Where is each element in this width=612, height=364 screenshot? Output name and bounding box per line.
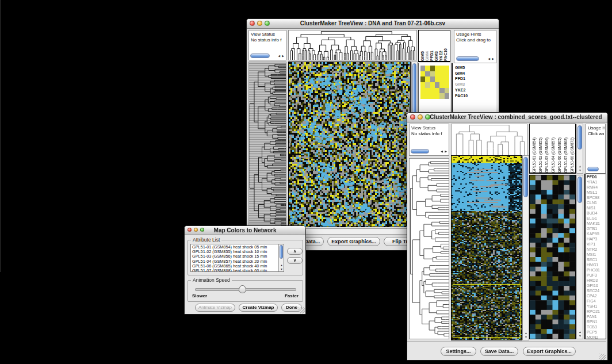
scroll-down-icon[interactable]: ▼ xyxy=(525,335,527,339)
matrix-cell[interactable] xyxy=(420,82,425,88)
resize-grip[interactable] xyxy=(599,354,606,360)
tv2-settings-button[interactable]: Settings... xyxy=(441,347,476,356)
tv2-gene-item[interactable]: HAP3 xyxy=(587,236,606,242)
tv1-export-graphics-button[interactable]: Export Graphics... xyxy=(327,237,380,246)
move-up-button[interactable]: ∧ xyxy=(287,248,303,255)
matrix-cell[interactable] xyxy=(420,66,425,71)
matrix-cell[interactable] xyxy=(445,93,449,99)
tv2-gene-item[interactable]: PFD1 xyxy=(587,174,606,179)
tv2-column-label[interactable]: GPL51-07 (GSM868) xyxy=(563,137,569,173)
scroll-up-icon[interactable]: ▲ xyxy=(525,331,527,335)
tv2-status-scrollbar[interactable] xyxy=(411,149,429,154)
matrix-cell[interactable] xyxy=(435,93,439,99)
tv1-column-label[interactable]: GIM5 xyxy=(420,51,425,61)
tv2-column-label[interactable]: GPL51-03 (GSM856) xyxy=(544,137,550,173)
matrix-cell[interactable] xyxy=(439,71,444,77)
matrix-cell[interactable] xyxy=(430,82,435,88)
tv2-gene-item[interactable]: PEP5 xyxy=(587,329,606,335)
scroll-down-icon[interactable]: ▼ xyxy=(579,168,582,172)
tv2-zoom-vscrollbar[interactable]: ▲ ▼ xyxy=(576,175,583,339)
tv1-column-label[interactable]: GIM3 xyxy=(434,51,439,61)
tv1-row-label[interactable]: GIM5 xyxy=(455,65,468,71)
animate-vizmap-button[interactable]: Animate Vizmap xyxy=(195,304,235,312)
matrix-cell[interactable] xyxy=(425,93,430,99)
attribute-list-item[interactable]: GPL51-07 (GSM868) heat shock 60 min xyxy=(191,269,284,272)
tv2-column-label[interactable]: GPL51-04 (GSM857) xyxy=(550,137,556,173)
matrix-cell[interactable] xyxy=(435,88,439,94)
tv1-usage-scrollbar[interactable] xyxy=(456,56,479,61)
minimize-icon[interactable] xyxy=(257,21,262,26)
matrix-cell[interactable] xyxy=(445,76,449,82)
matrix-cell[interactable] xyxy=(435,82,439,88)
tv2-gene-item[interactable]: RPO21 xyxy=(587,309,606,314)
tv2-usage-scrollbar[interactable] xyxy=(587,167,599,171)
tv2-row-dendrogram[interactable] xyxy=(409,158,449,339)
zoom-window-icon[interactable] xyxy=(265,21,270,26)
tv2-collabel-vscrollbar[interactable]: ▲ ▼ xyxy=(576,124,583,174)
tv2-column-dendrogram[interactable] xyxy=(451,124,527,156)
tv1-column-dendrogram[interactable] xyxy=(288,30,417,60)
tv2-zoom-heatmap[interactable] xyxy=(529,175,576,339)
matrix-cell[interactable] xyxy=(435,71,439,77)
matrix-cell[interactable] xyxy=(445,82,449,88)
matrix-cell[interactable] xyxy=(430,88,435,94)
matrix-cell[interactable] xyxy=(425,88,430,94)
tv2-gene-item[interactable]: NIS1 xyxy=(587,205,606,210)
matrix-cell[interactable] xyxy=(439,93,444,99)
matrix-cell[interactable] xyxy=(430,93,435,99)
tv1-column-label[interactable]: PAC10 xyxy=(443,48,448,61)
tv2-gene-item[interactable]: HRD3 xyxy=(587,278,606,283)
create-vizmap-button[interactable]: Create Vizmap xyxy=(239,304,278,312)
scroll-right-icon[interactable]: ▶ xyxy=(282,54,284,58)
matrix-cell[interactable] xyxy=(420,76,425,82)
tv1-row-label[interactable]: YKE2 xyxy=(455,87,468,93)
matrix-cell[interactable] xyxy=(439,76,444,82)
tv2-gene-item[interactable]: MAK31 xyxy=(587,221,606,226)
matrix-cell[interactable] xyxy=(425,66,430,71)
matrix-cell[interactable] xyxy=(425,71,430,77)
tv2-export-graphics-button[interactable]: Export Graphics... xyxy=(523,347,576,356)
tv2-gene-item[interactable]: SEC1 xyxy=(587,257,606,262)
matrix-cell[interactable] xyxy=(430,71,435,77)
tv1-row-label[interactable]: GIM3 xyxy=(455,82,468,87)
minimize-icon[interactable] xyxy=(418,114,423,120)
tv2-gene-item[interactable]: CPA2 xyxy=(587,293,606,298)
matrix-cell[interactable] xyxy=(445,66,449,71)
scroll-up-icon[interactable]: ▲ xyxy=(280,263,283,267)
matrix-cell[interactable] xyxy=(430,66,435,71)
matrix-cell[interactable] xyxy=(439,82,444,88)
tv2-heatmap[interactable] xyxy=(451,155,522,340)
scroll-right-icon[interactable]: ▶ xyxy=(492,57,494,60)
close-icon[interactable] xyxy=(250,21,255,26)
matrix-cell[interactable] xyxy=(420,71,425,77)
tv1-row-dendrogram[interactable] xyxy=(248,62,286,227)
map-colors-title-bar[interactable]: Map Colors to Network xyxy=(185,226,305,235)
matrix-cell[interactable] xyxy=(445,71,449,77)
vscroll-thumb[interactable] xyxy=(577,125,582,150)
scroll-down-icon[interactable]: ▼ xyxy=(579,334,582,338)
tv2-gene-item[interactable]: RPN1 xyxy=(587,319,606,324)
tv1-column-label[interactable]: PFD1 xyxy=(430,51,434,61)
matrix-cell[interactable] xyxy=(425,82,430,88)
vscroll-thumb[interactable] xyxy=(280,245,283,259)
scroll-down-icon[interactable]: ▼ xyxy=(280,267,283,271)
tv2-gene-item[interactable]: YRA1 xyxy=(587,179,606,185)
treeview2-title-bar[interactable]: ClusterMaker TreeView : combined_scores_… xyxy=(407,113,607,122)
tv2-save-data-button[interactable]: Save Data... xyxy=(480,347,518,356)
tv2-gene-item[interactable]: PAN1 xyxy=(587,314,606,319)
matrix-cell[interactable] xyxy=(420,93,425,99)
zoom-window-icon[interactable] xyxy=(425,114,430,120)
tv2-gene-item[interactable]: TCB3 xyxy=(587,324,606,329)
close-icon[interactable] xyxy=(188,228,192,232)
tv2-column-label[interactable]: GPL51-02 (GSM855) xyxy=(537,137,544,173)
tv2-heatmap-vscrollbar[interactable]: ▲ ▼ xyxy=(522,155,529,340)
vscroll-thumb[interactable] xyxy=(577,177,582,203)
tv1-summary-matrix[interactable] xyxy=(420,66,449,99)
matrix-cell[interactable] xyxy=(435,66,439,71)
tv2-gene-item[interactable]: YSH1 xyxy=(587,304,606,309)
scroll-up-icon[interactable]: ▲ xyxy=(579,330,582,334)
matrix-cell[interactable] xyxy=(430,76,435,82)
scroll-up-icon[interactable]: ▲ xyxy=(579,164,582,168)
zoom-window-icon[interactable] xyxy=(200,228,204,232)
tv2-gene-item[interactable]: SPC98 xyxy=(587,195,606,200)
